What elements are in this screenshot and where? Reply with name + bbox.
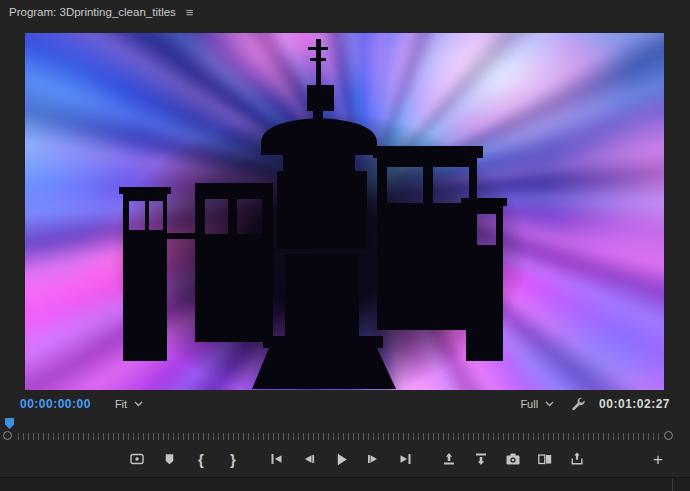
mark-out-button[interactable]: }: [221, 447, 245, 471]
bar-triangle-left-icon: [269, 451, 285, 467]
loop-icon: [129, 451, 145, 467]
chevron-down-icon: [134, 401, 143, 407]
play-triangle-icon: [333, 451, 350, 468]
playhead[interactable]: [5, 418, 14, 429]
mark-in-button[interactable]: {: [189, 447, 213, 471]
lift-button[interactable]: [437, 447, 461, 471]
play-button[interactable]: [329, 447, 353, 471]
step-back-button[interactable]: [297, 447, 321, 471]
current-timecode[interactable]: 00:00:00:00: [20, 397, 91, 411]
export-button[interactable]: [565, 447, 589, 471]
chevron-down-icon: [545, 401, 554, 407]
camera-icon: [505, 451, 521, 467]
dual-frames-icon: [537, 451, 553, 467]
transport-group-marks: { }: [125, 447, 245, 471]
extract-button[interactable]: [469, 447, 493, 471]
duration-timecode: 00:01:02:27: [599, 397, 670, 411]
scrollbar-left-handle[interactable]: [3, 431, 12, 440]
plus-icon: +: [653, 451, 663, 468]
time-ruler-ticks[interactable]: [18, 433, 660, 440]
scrollbar-right-handle[interactable]: [664, 431, 673, 440]
transport-group-playback: [265, 447, 417, 471]
zoom-level-select[interactable]: Fit: [115, 398, 143, 410]
playback-resolution-value: Full: [520, 398, 538, 410]
export-frame-button[interactable]: [501, 447, 525, 471]
monitor-time-ruler-area: [0, 412, 690, 445]
arrow-up-frame-icon: [441, 451, 457, 467]
panel-title: Program: 3Dprinting_clean_titles: [9, 6, 176, 18]
playback-resolution-select[interactable]: Full: [520, 398, 554, 410]
program-monitor-viewport: [25, 33, 664, 390]
tab-program-monitor[interactable]: Program: 3Dprinting_clean_titles ≡: [9, 6, 193, 19]
comparison-view-button[interactable]: [533, 447, 557, 471]
bar-triangle-right-icon: [365, 451, 381, 467]
marker-flag-icon: [162, 452, 177, 467]
panel-bottom-divider: [0, 477, 690, 491]
panel-header: Program: 3Dprinting_clean_titles ≡: [0, 0, 690, 24]
add-marker-button[interactable]: [157, 447, 181, 471]
go-to-in-button[interactable]: [265, 447, 289, 471]
share-arrow-icon: [569, 451, 585, 467]
loop-playback-button[interactable]: [125, 447, 149, 471]
panel-splitter[interactable]: [672, 479, 673, 491]
video-frame-silhouette: [25, 33, 664, 390]
triangle-left-bar-icon: [301, 451, 317, 467]
monitor-settings-button[interactable]: [570, 396, 585, 411]
go-to-out-button[interactable]: [393, 447, 417, 471]
mark-out-brace-icon: }: [230, 452, 236, 467]
triangle-right-bar-icon: [397, 451, 413, 467]
button-editor-plus-button[interactable]: +: [646, 447, 670, 471]
wrench-icon: [570, 396, 585, 411]
transport-controls: { }: [0, 445, 690, 473]
zoom-level-value: Fit: [115, 398, 127, 410]
program-monitor-panel: Program: 3Dprinting_clean_titles ≡: [0, 0, 690, 491]
transport-group-edit: [437, 447, 589, 471]
mark-in-brace-icon: {: [198, 452, 204, 467]
panel-menu-icon[interactable]: ≡: [186, 6, 194, 19]
arrow-down-frame-icon: [473, 451, 489, 467]
step-forward-button[interactable]: [361, 447, 385, 471]
